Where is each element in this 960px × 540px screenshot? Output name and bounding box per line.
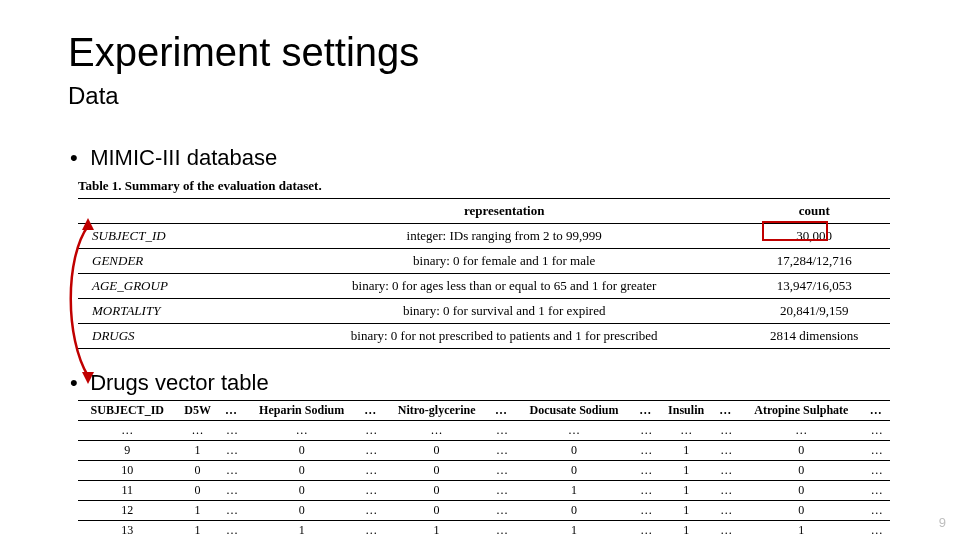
td: 0 <box>739 481 863 501</box>
cell-rep: binary: 0 for ages less than or equal to… <box>270 274 738 299</box>
td: … <box>219 481 246 501</box>
cell-name: SUBJECT_ID <box>78 224 270 249</box>
td: … <box>739 421 863 441</box>
td: 1 <box>177 441 219 461</box>
cell-rep: binary: 0 for female and 1 for male <box>270 249 738 274</box>
th: Atropine Sulphate <box>739 401 863 421</box>
td: … <box>863 501 890 521</box>
td: 0 <box>515 501 633 521</box>
td: 0 <box>739 461 863 481</box>
td: 0 <box>245 501 358 521</box>
td: 0 <box>385 461 489 481</box>
td: 13 <box>78 521 177 541</box>
td: … <box>863 521 890 541</box>
td: … <box>863 441 890 461</box>
td: 1 <box>659 501 712 521</box>
td: 1 <box>245 521 358 541</box>
td: … <box>713 461 740 481</box>
cell-rep: binary: 0 for not prescribed to patients… <box>270 324 738 349</box>
td: 9 <box>78 441 177 461</box>
cell-count: 2814 dimensions <box>738 324 890 349</box>
th: … <box>219 401 246 421</box>
cell-rep: binary: 0 for survival and 1 for expired <box>270 299 738 324</box>
table-row: 121…0…0…0…1…0… <box>78 501 890 521</box>
td: 0 <box>245 461 358 481</box>
cell-name: GENDER <box>78 249 270 274</box>
td: 0 <box>515 441 633 461</box>
td: 11 <box>78 481 177 501</box>
table-row: 91…0…0…0…1…0… <box>78 441 890 461</box>
td: … <box>863 421 890 441</box>
th: Nitro-glycerine <box>385 401 489 421</box>
bullet-dot-icon: • <box>70 370 84 396</box>
bullet-dot-icon: • <box>70 145 84 171</box>
td: … <box>863 461 890 481</box>
td: … <box>633 441 660 461</box>
td: … <box>633 481 660 501</box>
td: … <box>713 441 740 461</box>
td: 0 <box>177 481 219 501</box>
td: … <box>358 461 385 481</box>
table1-caption: Table 1. Summary of the evaluation datas… <box>78 178 890 194</box>
td: … <box>358 481 385 501</box>
page-number: 9 <box>939 515 946 530</box>
td: … <box>633 521 660 541</box>
th: SUBJECT_ID <box>78 401 177 421</box>
td: … <box>713 421 740 441</box>
td: … <box>659 421 712 441</box>
table-row: 100…0…0…0…1…0… <box>78 461 890 481</box>
th: Heparin Sodium <box>245 401 358 421</box>
table-row: ………………………………… <box>78 421 890 441</box>
td: … <box>489 421 516 441</box>
th: … <box>863 401 890 421</box>
table1-header-row: representation count <box>78 199 890 224</box>
td: … <box>633 461 660 481</box>
td: … <box>633 421 660 441</box>
td: 12 <box>78 501 177 521</box>
cell-name: AGE_GROUP <box>78 274 270 299</box>
table1-header-blank <box>78 199 270 224</box>
td: 10 <box>78 461 177 481</box>
td: 1 <box>659 441 712 461</box>
td: … <box>219 441 246 461</box>
td: … <box>177 421 219 441</box>
td: … <box>489 521 516 541</box>
bullet-text: MIMIC-III database <box>90 145 277 170</box>
slide: Experiment settings Data • MIMIC-III dat… <box>0 0 960 540</box>
td: 1 <box>515 481 633 501</box>
bullet-mimic: • MIMIC-III database <box>70 145 277 171</box>
table-row: 110…0…0…1…1…0… <box>78 481 890 501</box>
cell-name: MORTALITY <box>78 299 270 324</box>
table2: SUBJECT_ID D5W … Heparin Sodium … Nitro-… <box>78 400 890 540</box>
table-row: DRUGS binary: 0 for not prescribed to pa… <box>78 324 890 349</box>
td: 0 <box>739 441 863 461</box>
td: … <box>515 421 633 441</box>
table-row: AGE_GROUP binary: 0 for ages less than o… <box>78 274 890 299</box>
td: 0 <box>177 461 219 481</box>
cell-count: 20,841/9,159 <box>738 299 890 324</box>
td: 0 <box>515 461 633 481</box>
table1-header-count: count <box>738 199 890 224</box>
td: 0 <box>245 441 358 461</box>
td: … <box>358 501 385 521</box>
cell-rep: integer: IDs ranging from 2 to 99,999 <box>270 224 738 249</box>
td: … <box>358 421 385 441</box>
td: 0 <box>385 501 489 521</box>
td: 1 <box>385 521 489 541</box>
table1-container: Table 1. Summary of the evaluation datas… <box>78 178 890 349</box>
td: 0 <box>739 501 863 521</box>
td: … <box>219 521 246 541</box>
td: … <box>633 501 660 521</box>
table-row: 131…1…1…1…1…1… <box>78 521 890 541</box>
td: 0 <box>385 441 489 461</box>
slide-title: Experiment settings <box>68 30 419 75</box>
table2-header-row: SUBJECT_ID D5W … Heparin Sodium … Nitro-… <box>78 401 890 421</box>
highlight-box-count <box>762 221 828 241</box>
td: 0 <box>385 481 489 501</box>
td: … <box>219 501 246 521</box>
td: 1 <box>659 461 712 481</box>
td: … <box>385 421 489 441</box>
table-row: GENDER binary: 0 for female and 1 for ma… <box>78 249 890 274</box>
bullet-text: Drugs vector table <box>90 370 269 395</box>
td: 0 <box>245 481 358 501</box>
